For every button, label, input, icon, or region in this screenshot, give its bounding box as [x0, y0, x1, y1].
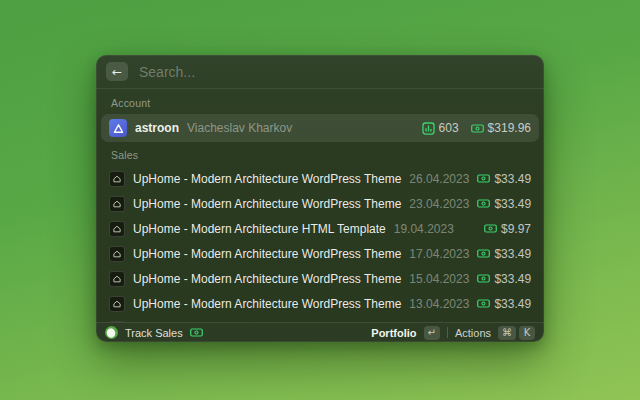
sale-row[interactable]: UpHome - Modern Architecture WordPress T…: [101, 291, 539, 316]
section-label-account: Account: [101, 90, 539, 114]
product-thumbnail-icon: [109, 221, 125, 237]
sale-price-badge: $33.49: [477, 272, 531, 286]
account-username: astroon: [135, 121, 179, 135]
sale-title: UpHome - Modern Architecture WordPress T…: [133, 297, 401, 311]
sale-date: 19.04.2023: [394, 222, 454, 236]
account-fullname: Viacheslav Kharkov: [187, 121, 292, 135]
product-thumbnail-icon: [109, 296, 125, 312]
sale-row[interactable]: UpHome - Modern Architecture WordPress T…: [101, 241, 539, 266]
sale-title: UpHome - Modern Architecture HTML Templa…: [133, 222, 386, 236]
enter-key-icon: ↵: [424, 326, 440, 340]
sale-date: 15.04.2023: [409, 272, 469, 286]
banknote-icon: [484, 222, 497, 235]
sale-price-badge: $33.49: [477, 247, 531, 261]
sale-price-badge: $33.49: [477, 197, 531, 211]
actions-menu-button[interactable]: Actions: [455, 327, 491, 339]
triangle-logo-icon: [112, 122, 125, 135]
k-key-icon: K: [519, 326, 535, 340]
sale-price: $33.49: [494, 197, 531, 211]
sale-row[interactable]: UpHome - Modern Architecture WordPress T…: [101, 166, 539, 191]
product-thumbnail-icon: [109, 171, 125, 187]
sale-row[interactable]: UpHome - Modern Architecture WordPress T…: [101, 266, 539, 291]
banknote-icon: [477, 272, 490, 285]
footer-actions: Portfolio ↵ Actions ⌘ K: [371, 326, 535, 340]
sale-price-badge: $9.97: [484, 222, 531, 236]
sale-title: UpHome - Modern Architecture WordPress T…: [133, 247, 401, 261]
product-thumbnail-icon: [109, 271, 125, 287]
sales-count-badge: 603: [422, 121, 459, 135]
banknote-icon: [477, 172, 490, 185]
search-input[interactable]: [139, 64, 534, 80]
sales-rows: UpHome - Modern Architecture WordPress T…: [101, 166, 539, 322]
launcher-window: ← Account astroon Viacheslav Kharkov: [96, 55, 544, 342]
footer-divider: [447, 327, 448, 338]
sale-title: UpHome - Modern Architecture WordPress T…: [133, 172, 401, 186]
sale-price: $9.97: [501, 222, 531, 236]
section-label-sales: Sales: [101, 142, 539, 166]
actions-shortcut: ⌘ K: [498, 326, 535, 340]
footer-banknote-icon: [190, 326, 203, 339]
banknote-icon: [477, 197, 490, 210]
results-list: Account astroon Viacheslav Kharkov: [96, 89, 544, 322]
sale-title: UpHome - Modern Architecture WordPress T…: [133, 272, 401, 286]
product-thumbnail-icon: [109, 246, 125, 262]
sale-price-badge: $33.49: [477, 297, 531, 311]
banknote-icon: [477, 247, 490, 260]
sale-price: $33.49: [494, 172, 531, 186]
portfolio-action-button[interactable]: Portfolio: [371, 327, 416, 339]
sale-date: 17.04.2023: [409, 247, 469, 261]
product-thumbnail-icon: [109, 196, 125, 212]
track-sales-app-icon: [105, 326, 118, 339]
sale-price: $33.49: [494, 272, 531, 286]
sale-date: 26.04.2023: [409, 172, 469, 186]
balance-badge: $319.96: [471, 121, 531, 135]
sale-date: 23.04.2023: [409, 197, 469, 211]
banknote-icon: [471, 122, 484, 135]
sales-count-value: 603: [439, 121, 459, 135]
footer-app-name: Track Sales: [125, 327, 183, 339]
bar-chart-icon: [422, 122, 435, 135]
sale-title: UpHome - Modern Architecture WordPress T…: [133, 197, 401, 211]
sale-row[interactable]: UpHome - Modern Architecture HTML Templa…: [101, 216, 539, 241]
sale-row[interactable]: UpHome - Modern Architecture WordPress T…: [101, 191, 539, 216]
back-button[interactable]: ←: [106, 62, 128, 81]
sale-date: 13.04.2023: [409, 297, 469, 311]
account-row[interactable]: astroon Viacheslav Kharkov 603: [101, 114, 539, 142]
sale-price: $33.49: [494, 297, 531, 311]
sale-price: $33.49: [494, 247, 531, 261]
balance-value: $319.96: [488, 121, 531, 135]
footer-bar: Track Sales Portfolio ↵ Actions ⌘ K: [96, 322, 544, 342]
search-bar: ←: [96, 55, 544, 89]
command-key-icon: ⌘: [498, 326, 516, 340]
back-arrow-icon: ←: [112, 66, 122, 78]
sale-price-badge: $33.49: [477, 172, 531, 186]
account-accessories: 603 $319.96: [422, 121, 531, 135]
astroon-avatar: [109, 119, 127, 137]
banknote-icon: [477, 297, 490, 310]
